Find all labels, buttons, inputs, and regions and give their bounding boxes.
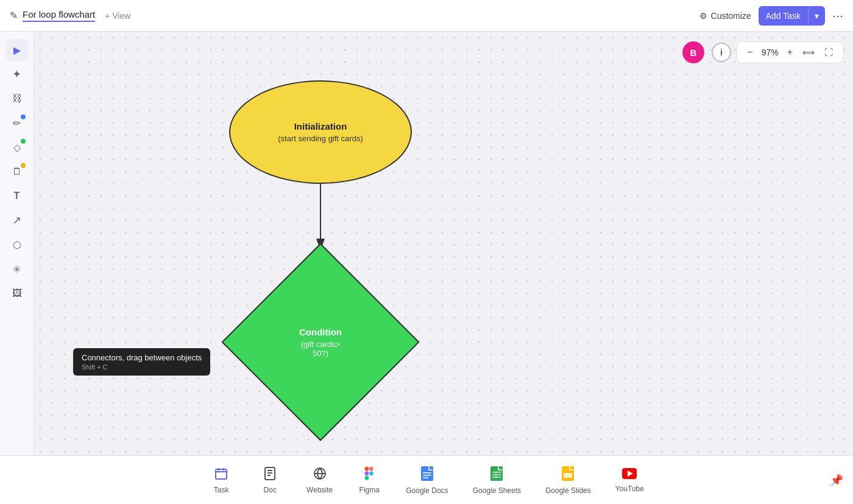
note-icon: 🗒	[12, 166, 22, 177]
magic-pen-icon: ✦	[12, 68, 21, 81]
dock-item-doc[interactable]: Doc	[246, 461, 294, 499]
more-options-button[interactable]: ⋯	[832, 9, 843, 23]
youtube-label: YouTube	[615, 485, 644, 493]
google-sheets-label: Google Sheets	[473, 486, 521, 495]
network-icon: ⬡	[13, 239, 21, 251]
node-condition[interactable]: Condition (gift cards>50?)	[221, 243, 419, 441]
image-icon: 🖼	[12, 288, 22, 299]
website-label: Website	[306, 486, 333, 494]
website-icon	[313, 466, 327, 483]
svg-rect-5	[365, 466, 369, 471]
pin-icon[interactable]: 📌	[830, 474, 843, 487]
tool-magic-pen[interactable]: ✦	[6, 63, 28, 85]
sidebar-toolbar: ▶ ✦ ⛓ ✏ ◇ 🗒 T ↗ ⬡ ✳	[0, 32, 34, 455]
tool-image[interactable]: 🖼	[6, 282, 28, 304]
page-title: For loop flowchart	[23, 9, 95, 22]
gear-icon: ⚙	[699, 11, 707, 21]
tool-text[interactable]: T	[6, 185, 28, 207]
diamond-icon: ◇	[13, 142, 21, 153]
figma-icon	[363, 466, 376, 483]
sparkle-icon: ✳	[13, 264, 21, 275]
svg-rect-7	[365, 471, 369, 475]
svg-rect-20	[564, 473, 572, 478]
link-icon: ⛓	[12, 93, 22, 104]
svg-rect-6	[369, 466, 373, 471]
tool-note[interactable]: 🗒	[6, 161, 28, 183]
note-dot	[21, 163, 26, 168]
dock-item-website[interactable]: Website	[294, 461, 345, 499]
diamond-dot	[21, 139, 26, 144]
youtube-icon	[621, 467, 637, 482]
main-area: ▶ ✦ ⛓ ✏ ◇ 🗒 T ↗ ⬡ ✳	[0, 32, 853, 455]
task-label: Task	[214, 486, 229, 494]
task-icon	[214, 466, 228, 483]
pen-icon: ✏	[13, 117, 21, 129]
init-title: Initialization	[294, 121, 347, 131]
svg-rect-2	[216, 469, 227, 479]
svg-rect-14	[490, 466, 503, 481]
header-title-area: ✎ For loop flowchart	[10, 9, 95, 22]
dock-item-google-slides[interactable]: Google Slides	[533, 461, 603, 500]
add-task-button[interactable]: Add Task ▾	[759, 6, 825, 26]
node-initialization[interactable]: Initialization (start sending gift cards…	[229, 80, 412, 184]
init-subtitle: (start sending gift cards)	[278, 134, 363, 143]
connector-icon: ↗	[12, 214, 21, 227]
tool-link[interactable]: ⛓	[6, 88, 28, 110]
condition-title: Condition	[299, 327, 342, 337]
customize-button[interactable]: ⚙ Customize	[699, 11, 751, 21]
add-view-button[interactable]: + View	[105, 11, 130, 21]
canvas[interactable]: B i − 97% + ⟺ ⛶ Initialization (start se	[34, 32, 853, 455]
tool-network[interactable]: ⬡	[6, 234, 28, 256]
header: ✎ For loop flowchart + View ⚙ Customize …	[0, 0, 853, 32]
add-task-dropdown[interactable]: ▾	[808, 6, 825, 26]
tool-select[interactable]: ▶	[6, 39, 28, 61]
svg-rect-17	[492, 477, 501, 478]
google-slides-icon	[561, 466, 575, 484]
doc-icon: ✎	[10, 10, 18, 21]
tool-pen[interactable]: ✏	[6, 112, 28, 134]
select-icon: ▶	[13, 44, 21, 56]
google-docs-label: Google Docs	[406, 486, 448, 495]
condition-text-container: Condition (gift cards>50?)	[252, 273, 389, 411]
svg-rect-11	[423, 472, 431, 474]
doc-label: Doc	[263, 486, 276, 494]
svg-rect-10	[421, 466, 433, 481]
google-slides-label: Google Slides	[545, 486, 591, 495]
svg-rect-12	[423, 475, 431, 476]
svg-point-9	[369, 471, 373, 475]
tool-diamond[interactable]: ◇	[6, 136, 28, 158]
svg-rect-15	[492, 472, 501, 473]
svg-rect-13	[423, 477, 428, 478]
header-left: ✎ For loop flowchart + View	[10, 9, 130, 22]
pen-dot	[21, 114, 26, 119]
tool-connector[interactable]: ↗	[6, 209, 28, 231]
dock-item-google-docs[interactable]: Google Docs	[394, 461, 460, 500]
dock-item-youtube[interactable]: YouTube	[603, 463, 656, 498]
add-task-label[interactable]: Add Task	[759, 6, 808, 26]
text-icon: T	[14, 191, 20, 201]
doc-icon-dock	[263, 466, 277, 483]
dock-item-figma[interactable]: Figma	[345, 461, 394, 499]
svg-rect-16	[492, 474, 501, 475]
tool-sparkle[interactable]: ✳	[6, 258, 28, 280]
condition-subtitle: (gift cards>50?)	[301, 340, 341, 358]
node-condition-wrapper: Condition (gift cards>50?)	[189, 239, 451, 446]
dock-item-google-sheets[interactable]: Google Sheets	[461, 461, 533, 500]
google-sheets-icon	[490, 466, 503, 484]
svg-rect-8	[365, 475, 369, 480]
bottom-dock: Task Doc Website Figma	[0, 455, 853, 504]
google-docs-icon	[420, 466, 434, 484]
header-right: ⚙ Customize Add Task ▾ ⋯	[699, 6, 843, 26]
figma-label: Figma	[359, 486, 380, 494]
dock-item-task[interactable]: Task	[197, 461, 246, 499]
